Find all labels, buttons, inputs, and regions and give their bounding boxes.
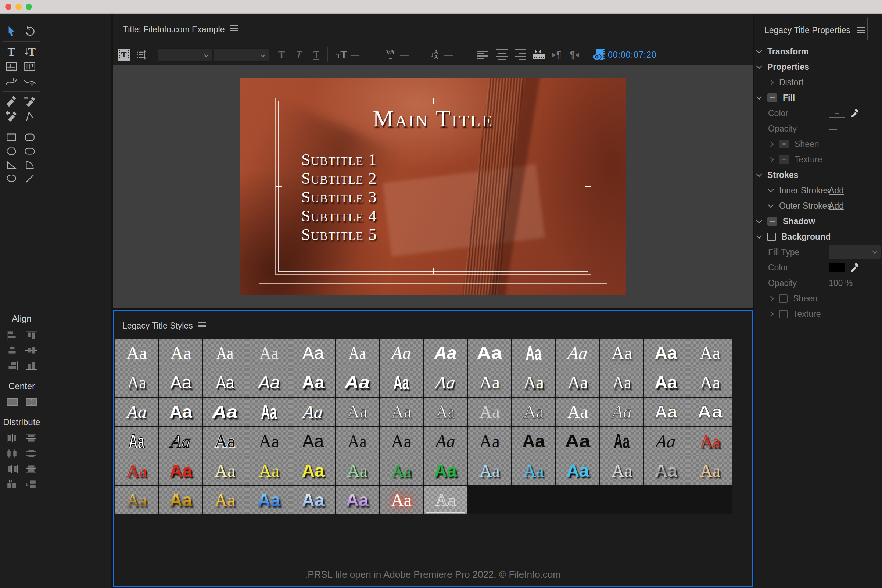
fill-type-dropdown[interactable] (829, 246, 881, 259)
vertical-path-type-tool[interactable]: T (21, 74, 38, 89)
style-swatch[interactable]: Aa (512, 398, 555, 426)
style-swatch[interactable]: Aa (336, 398, 379, 426)
property-row-sheen[interactable]: Sheen (754, 136, 882, 152)
property-row-sheen[interactable]: Sheen (754, 291, 882, 306)
checkbox-mixed-icon[interactable] (767, 93, 777, 102)
property-row-distort[interactable]: Distort (754, 75, 882, 90)
close-button[interactable] (5, 4, 11, 10)
property-value[interactable]: — (829, 124, 837, 134)
vertical-type-tool[interactable]: T (21, 44, 38, 60)
minimize-button[interactable] (15, 4, 22, 10)
style-swatch[interactable]: Aa (203, 486, 247, 514)
style-swatch[interactable]: Aa (556, 398, 599, 426)
add-stroke-link[interactable]: Add (829, 186, 844, 195)
leading-value[interactable]: — (442, 44, 454, 65)
style-swatch[interactable]: Aa (380, 486, 423, 514)
property-row-properties[interactable]: Properties (754, 59, 882, 75)
style-swatch[interactable]: Aa (600, 398, 644, 426)
property-row-opacity[interactable]: Opacity100 % (754, 275, 882, 291)
checkbox-mixed-dim-icon[interactable] (779, 155, 789, 164)
color-swatch[interactable] (829, 263, 845, 272)
chevron-down-icon[interactable] (756, 217, 762, 223)
checkbox-mixed-dim-icon[interactable] (779, 140, 789, 148)
show-background-video-button[interactable] (590, 44, 608, 65)
style-swatch[interactable]: Aa (556, 368, 599, 397)
subtitle-line[interactable]: Subtitle 2 (302, 169, 377, 188)
zoom-button[interactable] (26, 4, 32, 10)
selection-handle-left[interactable] (276, 186, 282, 187)
convert-anchor-point-tool[interactable] (21, 109, 38, 124)
style-swatch[interactable]: Aa (424, 456, 467, 485)
add-anchor-point-tool[interactable] (3, 109, 20, 124)
distribute-vertical-center-icon[interactable] (23, 447, 40, 460)
subtitle-line[interactable]: Subtitle 4 (302, 207, 377, 225)
font-family-dropdown[interactable] (158, 48, 213, 62)
rotation-tool[interactable] (21, 24, 38, 39)
align-vertical-bottom-icon[interactable] (23, 359, 40, 372)
rectangle-tool[interactable] (3, 129, 20, 145)
color-swatch[interactable] (829, 109, 845, 118)
selection-handle-bottom[interactable] (433, 268, 434, 274)
distribute-vertical-spacing-icon[interactable] (23, 478, 40, 490)
checkbox-empty-icon[interactable] (767, 232, 776, 241)
font-style-dropdown[interactable] (213, 48, 269, 62)
delete-anchor-point-tool[interactable] (21, 94, 38, 110)
style-swatch[interactable]: Aa (159, 339, 202, 368)
chevron-down-icon[interactable] (768, 186, 774, 192)
wedge-tool[interactable] (3, 157, 20, 172)
chevron-right-icon[interactable] (768, 80, 774, 85)
subtitle-line[interactable]: Subtitle 5 (302, 225, 377, 244)
checkbox-mixed-icon[interactable] (767, 217, 777, 226)
style-swatch[interactable]: Aa (380, 339, 423, 368)
styles-panel-menu-icon[interactable] (198, 322, 206, 327)
style-swatch[interactable]: Aa (688, 427, 732, 456)
show-text-in-frame-button[interactable]: T (118, 44, 130, 65)
style-swatch[interactable]: Aa (380, 368, 423, 397)
property-row-fill[interactable]: Fill (754, 90, 882, 105)
style-swatch[interactable]: Aa (291, 339, 335, 368)
style-swatch[interactable]: Aa (336, 427, 379, 456)
kerning-value[interactable]: — (398, 44, 411, 65)
style-swatch[interactable]: Aa (291, 368, 335, 397)
style-swatch[interactable]: Aa (600, 339, 644, 368)
property-row-opacity[interactable]: Opacity— (754, 121, 882, 136)
style-swatch[interactable]: Aa (115, 456, 158, 485)
subtitle-line[interactable]: Subtitle 3 (302, 188, 377, 207)
style-swatch[interactable]: Aa (468, 427, 511, 456)
align-center-button[interactable] (494, 44, 510, 65)
style-swatch[interactable]: Aa (644, 339, 688, 368)
style-swatch[interactable]: Aa (380, 456, 423, 485)
style-swatch[interactable]: Aa (115, 427, 158, 456)
style-swatch[interactable]: Aa (203, 339, 247, 368)
align-horizontal-center-icon[interactable] (4, 344, 21, 357)
distribute-vertical-top-icon[interactable] (23, 432, 40, 444)
style-swatch[interactable]: Aa (115, 339, 158, 368)
chevron-down-icon[interactable] (756, 63, 762, 69)
checkbox-empty-dim-icon[interactable] (779, 294, 788, 303)
pen-tool[interactable] (3, 94, 20, 110)
distribute-horizontal-left-icon[interactable] (4, 432, 21, 444)
align-right-button[interactable] (512, 44, 528, 65)
distribute-horizontal-right-icon[interactable] (4, 463, 21, 475)
property-row-color[interactable]: Color (754, 105, 882, 121)
style-swatch[interactable]: Aa (115, 368, 158, 397)
style-swatch[interactable]: Aa (248, 339, 291, 368)
font-size-value[interactable]: — (349, 44, 361, 65)
bold-button[interactable]: T (274, 44, 289, 65)
style-swatch[interactable]: Aa (424, 368, 467, 397)
vertical-area-type-tool[interactable]: T (21, 59, 38, 74)
style-swatch[interactable]: Aa (115, 398, 158, 426)
style-swatch[interactable]: Aa (600, 368, 644, 397)
leading-control[interactable]: ↕AA (424, 44, 445, 65)
style-swatch[interactable]: Aa (291, 456, 335, 485)
align-left-button[interactable] (474, 44, 490, 65)
title-panel-menu-icon[interactable] (230, 26, 238, 31)
subtitle-text-block[interactable]: Subtitle 1Subtitle 2Subtitle 3Subtitle 4… (302, 150, 377, 244)
property-value[interactable]: 100 % (829, 278, 853, 288)
style-swatch[interactable]: Aa (159, 456, 202, 485)
style-swatch[interactable]: Aa (512, 339, 555, 368)
ellipse-tool[interactable] (3, 171, 20, 186)
property-row-shadow[interactable]: Shadow (754, 213, 882, 229)
style-swatch[interactable]: Aa (248, 398, 291, 426)
style-swatch[interactable]: Aa (688, 339, 732, 368)
